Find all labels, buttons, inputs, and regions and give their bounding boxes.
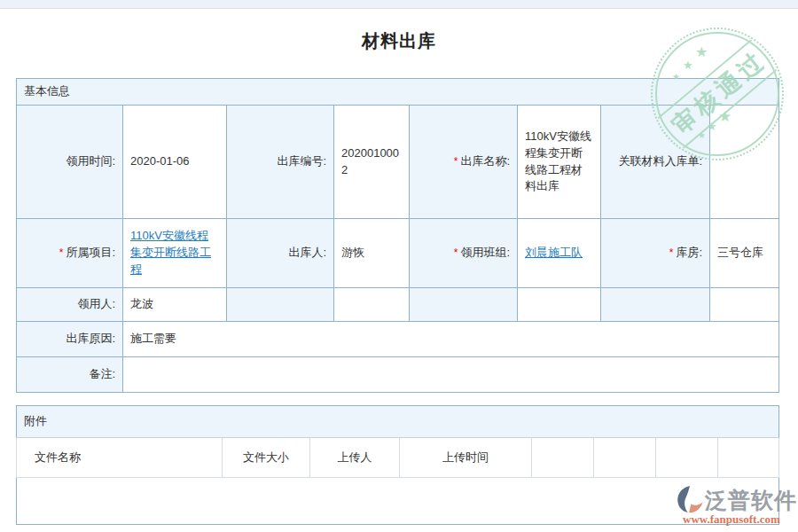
star-icon: ★ <box>683 59 693 71</box>
basic-info-table: 基本信息 领用时间: 2020-01-06 出库编号: 2020010002 *… <box>16 78 779 393</box>
fanpu-brand-text: 泛普软件 <box>705 486 797 515</box>
requisition-team-label: *领用班组: <box>410 219 518 288</box>
column-header-empty <box>718 438 779 478</box>
column-header-empty <box>532 438 594 478</box>
basic-info-section-header: 基本信息 <box>17 79 779 106</box>
required-asterisk: * <box>59 246 64 259</box>
fanpu-logo: 泛普软件 www.fanpusoft.com <box>676 483 794 528</box>
empty-value-cell <box>334 288 410 322</box>
table-row: 出库原因: 施工需要 <box>17 322 779 357</box>
fanpu-site-url: www.fanpusoft.com <box>683 512 780 527</box>
attachments-table: 附件 文件名称 文件大小 上传人 上传时间 <box>16 405 779 525</box>
required-asterisk: * <box>669 246 674 259</box>
empty-value-cell <box>518 288 601 322</box>
recipient-label: 领用人: <box>17 288 123 322</box>
empty-label-cell <box>601 288 710 322</box>
attachments-section-header: 附件 <box>17 406 779 438</box>
related-inbound-value <box>710 106 779 219</box>
requisition-time-label: 领用时间: <box>17 106 123 219</box>
outbound-person-value: 游恢 <box>334 219 410 288</box>
outbound-person-label: 出库人: <box>227 219 334 288</box>
column-header-empty <box>594 438 656 478</box>
recipient-value: 龙波 <box>123 288 227 322</box>
table-row: 领用人: 龙波 <box>17 288 779 322</box>
empty-label-cell <box>410 288 518 322</box>
top-band <box>0 0 798 9</box>
attachments-empty-area <box>17 478 779 525</box>
outbound-reason-label: 出库原因: <box>17 322 123 357</box>
requisition-time-value: 2020-01-06 <box>123 106 227 219</box>
empty-value-cell <box>710 288 779 322</box>
column-header-uploader: 上传人 <box>310 438 400 478</box>
column-header-empty <box>656 438 718 478</box>
outbound-code-label: 出库编号: <box>227 106 334 219</box>
project-link[interactable]: 110kV安徽线程集变开断线路工程 <box>130 229 211 276</box>
table-row: 领用时间: 2020-01-06 出库编号: 2020010002 *出库名称:… <box>17 106 779 219</box>
required-asterisk: * <box>454 155 458 168</box>
table-row: 备注: <box>17 357 779 393</box>
outbound-code-value: 2020010002 <box>334 106 410 219</box>
column-header-file-name: 文件名称 <box>17 438 223 478</box>
warehouse-value: 三号仓库 <box>710 219 779 288</box>
outbound-name-value: 110kV安徽线程集变开断线路工程材料出库 <box>518 106 601 219</box>
outbound-reason-value: 施工需要 <box>123 322 779 357</box>
project-label: *所属项目: <box>17 219 123 288</box>
column-header-file-size: 文件大小 <box>223 438 310 478</box>
remark-value <box>123 357 779 393</box>
related-inbound-label: 关联材料入库单: <box>601 106 710 219</box>
empty-label-cell <box>227 288 334 322</box>
outbound-name-label: *出库名称: <box>410 106 518 219</box>
table-row: *所属项目: 110kV安徽线程集变开断线路工程 出库人: 游恢 *领用班组: … <box>17 219 779 288</box>
warehouse-label: *库房: <box>601 219 710 288</box>
team-link[interactable]: 刘晨施工队 <box>525 246 583 259</box>
attachments-empty-row <box>17 478 779 525</box>
project-value: 110kV安徽线程集变开断线路工程 <box>123 219 227 288</box>
column-header-upload-time: 上传时间 <box>400 438 532 478</box>
required-asterisk: * <box>454 246 458 259</box>
attachments-header-row: 文件名称 文件大小 上传人 上传时间 <box>17 438 779 478</box>
fanpu-logo-icon <box>676 485 704 513</box>
requisition-team-value: 刘晨施工队 <box>518 219 601 288</box>
page-title: 材料出库 <box>0 29 798 53</box>
remark-label: 备注: <box>17 357 123 393</box>
